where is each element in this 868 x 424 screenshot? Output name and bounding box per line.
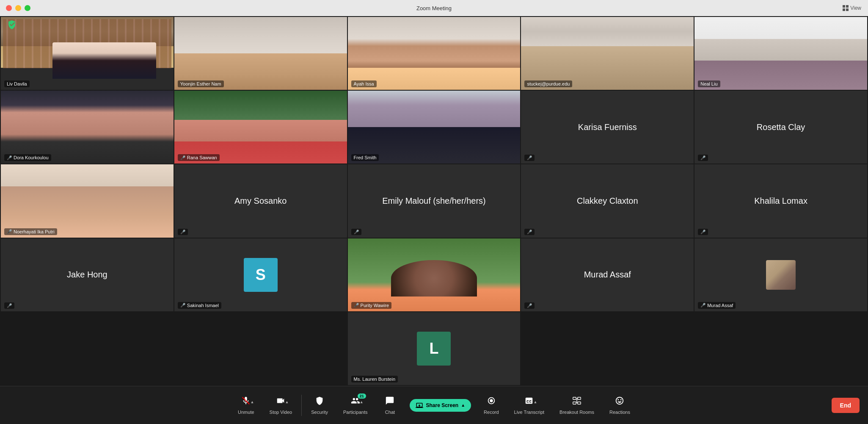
empty-cell-5-1: [1, 312, 174, 385]
traffic-lights: [6, 5, 30, 11]
participant-cell-lauren[interactable]: L Ms. Lauren Burstein: [348, 312, 521, 385]
security-badge: [7, 19, 19, 31]
participant-cell-murad-photo[interactable]: 🎤 Murad Assaf: [694, 238, 867, 311]
participant-cell-amy[interactable]: Amy Sosanko 🎤: [174, 164, 347, 237]
participant-cell-ayah[interactable]: Ayah Issa: [348, 17, 521, 90]
participants-button[interactable]: 21 ▲ Participants: [336, 396, 375, 415]
participant-name-karisa: Karisa Fuerniss: [578, 122, 637, 132]
svg-rect-10: [573, 402, 576, 404]
live-transcript-button[interactable]: ▲ Live Transcript: [507, 396, 552, 415]
cc-icon: ▲: [524, 396, 534, 408]
breakout-rooms-label: Breakout Rooms: [559, 410, 594, 415]
empty-cell-5-4: [521, 312, 694, 385]
participant-name-rana: 🎤 Rana Sawwan: [178, 154, 220, 161]
participant-cell-dora[interactable]: 🎤 Dora Kourkoulou: [1, 91, 174, 164]
window-title: Zoom Meeting: [416, 5, 452, 11]
chat-icon: [385, 396, 394, 408]
breakout-icon: [572, 396, 581, 408]
fullscreen-button[interactable]: [25, 5, 30, 11]
participant-cell-rosetta[interactable]: Rosetta Clay 🎤: [694, 91, 867, 164]
participant-name-khalila: Khalila Lomax: [754, 196, 807, 206]
toolbar: ▲ Unmute ▲ Stop Video Security 21 ▲: [0, 386, 868, 424]
svg-rect-8: [573, 397, 576, 399]
participant-name-emily: Emily Malouf (she/her/hers): [382, 196, 486, 206]
participant-cell-murad-name[interactable]: Murad Assaf 🎤: [521, 238, 694, 311]
record-button[interactable]: Record: [476, 396, 506, 415]
view-button[interactable]: View: [843, 5, 861, 11]
participant-name-ayah: Ayah Issa: [351, 80, 377, 87]
security-label: Security: [311, 410, 328, 415]
participant-name-clakkey: Clakkey Claxton: [577, 196, 638, 206]
participant-name-lauren: Ms. Lauren Burstein: [351, 376, 398, 382]
participant-cell-clakkey[interactable]: Clakkey Claxton 🎤: [521, 164, 694, 237]
participant-name-amy: Amy Sosanko: [234, 196, 287, 206]
participant-cell-liv-davila[interactable]: Liv Davila: [1, 17, 174, 90]
participant-cell-khalila[interactable]: Khalila Lomax 🎤: [694, 164, 867, 237]
participant-name-sakinah: 🎤 Sakinah Ismael: [178, 302, 221, 309]
share-screen-button[interactable]: Share Screen ▲: [405, 399, 476, 412]
reactions-icon: [615, 396, 624, 408]
reactions-button[interactable]: Reactions: [602, 396, 638, 415]
reactions-label: Reactions: [609, 410, 630, 415]
security-button[interactable]: Security: [303, 396, 336, 415]
participant-name-dora: 🎤 Dora Kourkoulou: [4, 154, 51, 161]
svg-rect-0: [843, 5, 845, 8]
participant-cell-yoonjin[interactable]: Yoonjin Esther Nam: [174, 17, 347, 90]
live-transcript-label: Live Transcript: [514, 410, 545, 415]
end-button[interactable]: End: [832, 398, 860, 413]
record-label: Record: [484, 410, 499, 415]
shield-icon: [315, 396, 324, 408]
svg-rect-11: [578, 402, 581, 404]
participant-name-fred: Fred Smith: [351, 154, 379, 161]
stop-video-button[interactable]: ▲ Stop Video: [262, 396, 300, 415]
svg-rect-2: [843, 8, 845, 11]
participant-count-badge: 21: [358, 394, 366, 399]
share-screen-inner: Share Screen ▲: [410, 399, 471, 412]
participant-name-yoonjin: Yoonjin Esther Nam: [178, 80, 224, 87]
participant-cell-emily[interactable]: Emily Malouf (she/her/hers) 🎤: [348, 164, 521, 237]
camera-icon: ▲: [276, 396, 285, 408]
record-icon: [487, 396, 496, 408]
participant-cell-jake[interactable]: Jake Hong 🎤: [1, 238, 174, 311]
participants-label: Participants: [343, 410, 367, 415]
participant-name-noerhayati: 🎤 Noerhayati Ika Putri: [4, 228, 57, 235]
participant-cell-purity[interactable]: 🎤 Purity Wawire: [348, 238, 521, 311]
participant-name-murad-photo: 🎤 Murad Assaf: [698, 302, 736, 309]
breakout-rooms-button[interactable]: Breakout Rooms: [552, 396, 602, 415]
video-grid: Liv Davila Yoonjin Esther Nam Ayah Issa …: [0, 16, 868, 386]
participant-name-murad: Murad Assaf: [584, 270, 631, 280]
svg-rect-9: [578, 397, 581, 399]
participant-name-jake: Jake Hong: [67, 270, 107, 280]
participant-cell-noerhayati[interactable]: 🎤 Noerhayati Ika Putri: [1, 164, 174, 237]
participant-name-liv-davila: Liv Davila: [4, 80, 30, 87]
close-button[interactable]: [6, 5, 12, 11]
svg-rect-3: [846, 8, 849, 11]
title-bar: Zoom Meeting View: [0, 0, 868, 16]
chat-button[interactable]: Chat: [375, 396, 405, 415]
unmute-button[interactable]: ▲ Unmute: [230, 396, 262, 415]
share-screen-label: Share Screen: [426, 402, 458, 408]
microphone-icon: ▲: [241, 396, 251, 408]
participant-cell-neal[interactable]: Neal Liu: [694, 17, 867, 90]
stop-video-label: Stop Video: [270, 410, 292, 415]
svg-marker-5: [418, 404, 421, 407]
participants-icon: 21 ▲: [351, 396, 360, 408]
participant-name-purity: 🎤 Purity Wawire: [351, 302, 391, 309]
participant-name-stuckej: stuckej@purdue.edu: [524, 80, 572, 87]
lauren-avatar: L: [417, 332, 451, 366]
minimize-button[interactable]: [15, 5, 21, 11]
chat-label: Chat: [385, 410, 395, 415]
participant-cell-sakinah[interactable]: S 🎤 Sakinah Ismael: [174, 238, 347, 311]
unmute-label: Unmute: [238, 410, 254, 415]
participant-cell-rana[interactable]: 🎤 Rana Sawwan: [174, 91, 347, 164]
svg-rect-1: [846, 5, 849, 8]
svg-point-7: [490, 399, 493, 402]
participant-name-neal: Neal Liu: [698, 80, 720, 87]
participant-cell-stuckej[interactable]: stuckej@purdue.edu: [521, 17, 694, 90]
participant-cell-karisa[interactable]: Karisa Fuerniss 🎤: [521, 91, 694, 164]
share-screen-caret: ▲: [461, 403, 465, 407]
participant-name-rosetta: Rosetta Clay: [757, 122, 805, 132]
divider-1: [301, 395, 302, 416]
participant-cell-fred[interactable]: Fred Smith: [348, 91, 521, 164]
sakinah-avatar: S: [244, 258, 278, 292]
